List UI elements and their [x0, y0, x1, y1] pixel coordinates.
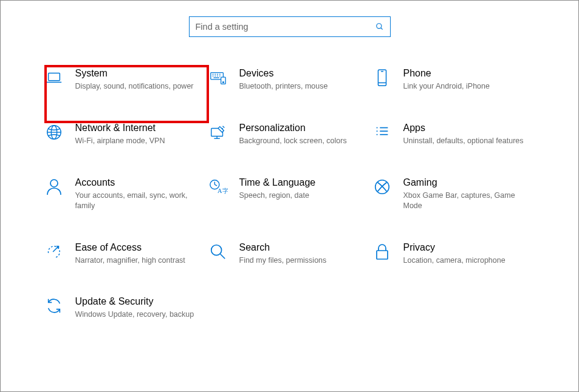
tile-phone[interactable]: Phone Link your Android, iPhone: [372, 67, 536, 92]
tile-desc: Link your Android, iPhone: [403, 81, 525, 92]
person-icon: [44, 177, 64, 197]
tile-title: Apps: [403, 122, 525, 134]
tile-title: Gaming: [403, 177, 525, 189]
tile-title: Personalization: [239, 122, 361, 134]
tile-desc: Background, lock screen, colors: [239, 136, 361, 146]
lock-icon: [372, 242, 392, 262]
svg-rect-40: [377, 251, 388, 259]
svg-line-39: [220, 254, 225, 259]
laptop-icon: [44, 67, 64, 88]
svg-point-38: [211, 245, 221, 255]
tile-title: Time & Language: [239, 177, 361, 189]
search-box[interactable]: [189, 16, 391, 37]
tile-time-language[interactable]: A字 Time & Language Speech, region, date: [208, 177, 372, 211]
xbox-icon: [372, 177, 392, 197]
svg-point-15: [222, 82, 224, 83]
tile-apps[interactable]: Apps Uninstall, defaults, optional featu…: [372, 122, 536, 146]
svg-point-0: [376, 24, 381, 29]
tile-desc: Wi-Fi, airplane mode, VPN: [75, 136, 197, 146]
svg-line-35: [214, 184, 217, 186]
tile-network[interactable]: Network & Internet Wi-Fi, airplane mode,…: [44, 122, 208, 146]
tile-title: Network & Internet: [75, 122, 197, 134]
tile-title: Update & Security: [75, 296, 197, 308]
tile-desc: Speech, region, date: [239, 191, 361, 201]
tile-update-security[interactable]: Update & Security Windows Update, recove…: [44, 296, 208, 320]
tile-title: Ease of Access: [75, 242, 197, 254]
tile-privacy[interactable]: Privacy Location, camera, microphone: [372, 242, 536, 266]
magnifier-icon: [208, 242, 228, 262]
ease-icon: [44, 242, 64, 262]
svg-line-25: [222, 126, 224, 128]
tile-title: Accounts: [75, 177, 197, 189]
svg-rect-2: [48, 73, 60, 81]
svg-line-1: [380, 28, 382, 30]
phone-icon: [372, 67, 392, 88]
globe-icon: [44, 122, 64, 143]
search-icon: [375, 22, 384, 31]
tile-title: System: [75, 67, 197, 79]
tile-desc: Your accounts, email, sync, work, family: [75, 191, 197, 211]
tile-desc: Bluetooth, printers, mouse: [239, 81, 361, 92]
svg-point-32: [50, 180, 58, 187]
keyboard-icon: [208, 67, 228, 88]
tile-desc: Uninstall, defaults, optional features: [403, 136, 525, 146]
svg-text:A字: A字: [218, 188, 228, 194]
list-icon: [372, 122, 392, 143]
tile-title: Devices: [239, 67, 361, 79]
tile-title: Phone: [403, 67, 525, 79]
tile-search[interactable]: Search Find my files, permissions: [208, 242, 372, 266]
tile-desc: Xbox Game Bar, captures, Game Mode: [403, 191, 525, 211]
sync-icon: [44, 296, 64, 316]
tile-gaming[interactable]: Gaming Xbox Game Bar, captures, Game Mod…: [372, 177, 536, 211]
tile-desc: Windows Update, recovery, backup: [75, 309, 197, 320]
tile-desc: Display, sound, notifications, power: [75, 81, 197, 92]
tile-desc: Location, camera, microphone: [403, 255, 525, 266]
tile-personalization[interactable]: Personalization Background, lock screen,…: [208, 122, 372, 146]
settings-grid: System Display, sound, notifications, po…: [41, 55, 539, 320]
search-input[interactable]: [196, 22, 375, 32]
paint-icon: [208, 122, 228, 143]
tile-accounts[interactable]: Accounts Your accounts, email, sync, wor…: [44, 177, 208, 211]
tile-desc: Find my files, permissions: [239, 255, 361, 266]
tile-system[interactable]: System Display, sound, notifications, po…: [44, 67, 208, 92]
tile-title: Search: [239, 242, 361, 254]
tile-ease-of-access[interactable]: Ease of Access Narrator, magnifier, high…: [44, 242, 208, 266]
tile-title: Privacy: [403, 242, 525, 254]
time-language-icon: A字: [208, 177, 228, 197]
tile-devices[interactable]: Devices Bluetooth, printers, mouse: [208, 67, 372, 92]
tile-desc: Narrator, magnifier, high contrast: [75, 255, 197, 266]
